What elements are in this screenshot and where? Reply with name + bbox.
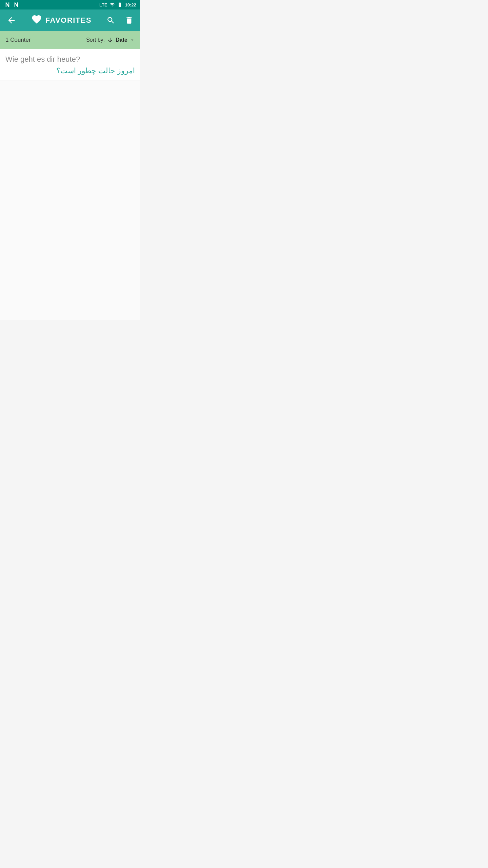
card-persian-text: امروز حالت چطور است؟: [5, 66, 135, 75]
app-bar-title: FAVORITES: [31, 14, 92, 27]
counter-label: 1 Counter: [5, 37, 31, 43]
battery-icon: [117, 2, 123, 7]
signal-icon: [109, 2, 115, 7]
lte-label: LTE: [99, 2, 107, 7]
heart-icon: [31, 14, 42, 27]
app-bar: FAVORITES: [0, 9, 140, 31]
sort-by-label: Sort by:: [86, 37, 105, 43]
status-bar-left: [4, 1, 20, 8]
nougat-n-icon-2: [13, 1, 20, 8]
sort-control[interactable]: Sort by: Date: [86, 37, 135, 43]
dropdown-arrow-icon: [129, 37, 135, 43]
nougat-n-icon-1: [4, 1, 11, 8]
list-item[interactable]: Wie geht es dir heute? امروز حالت چطور ا…: [0, 49, 140, 80]
card-german-text: Wie geht es dir heute?: [5, 55, 135, 64]
search-button[interactable]: [105, 15, 117, 26]
sort-bar: 1 Counter Sort by: Date: [0, 31, 140, 49]
content-area: Wie geht es dir heute? امروز حالت چطور ا…: [0, 49, 140, 320]
app-title: FAVORITES: [45, 16, 92, 25]
delete-button[interactable]: [123, 15, 135, 26]
sort-value-label: Date: [116, 37, 127, 43]
status-bar-right: LTE 10:22: [99, 2, 136, 7]
status-bar: LTE 10:22: [0, 0, 140, 9]
app-bar-actions: [105, 15, 135, 26]
sort-arrow-icon: [107, 37, 114, 43]
back-button[interactable]: [5, 14, 18, 26]
time-display: 10:22: [125, 2, 136, 7]
